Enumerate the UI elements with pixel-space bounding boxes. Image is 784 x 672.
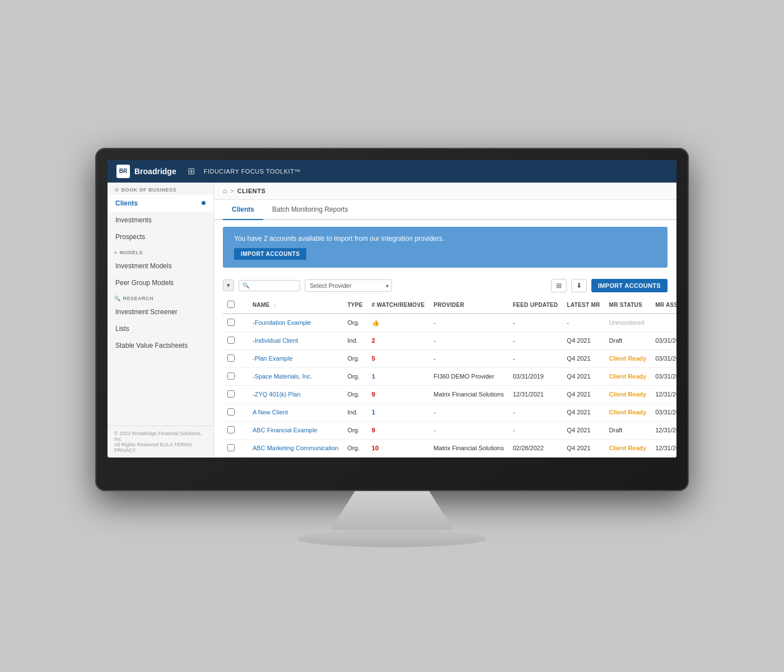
table-header-row: NAME ↓ TYPE # WATCH/REMOVE PROVIDER FEED… [223,297,676,314]
row-provider: - [429,314,508,332]
row-checkbox[interactable] [227,354,235,362]
breadcrumb-current: CLIENTS [237,188,266,194]
row-mr-assets-as-of: 03/31/2021 [651,403,676,421]
row-latest-mr: Q4 2021 [562,385,604,403]
row-name[interactable]: A New Client [248,403,343,421]
row-mr-status: Client Ready [605,349,651,367]
app-title: FIDUCIARY FOCUS TOOLKIT™ [204,168,301,175]
broadridge-logo-icon: BR [116,165,130,178]
table-row: ABC Marketing CommunicationOrg.10Matrix … [223,439,676,457]
row-checkbox[interactable] [227,319,235,326]
provider-select[interactable]: Select Provider FI360 DEMO Provider Matr… [305,279,392,292]
tab-batch-monitoring[interactable]: Batch Monitoring Reports [263,200,357,220]
breadcrumb-home-icon[interactable]: ⌂ [223,187,227,195]
col-header-provider: PROVIDER [429,297,508,314]
sidebar-item-clients[interactable]: Clients [108,195,213,212]
grid-icon[interactable]: ⊞ [188,166,195,176]
row-latest-mr: - [562,314,604,332]
sidebar-item-peer-group-models[interactable]: Peer Group Models [108,274,213,291]
table-row: -Plan ExampleOrg.5--Q4 2021Client Ready0… [223,349,676,367]
row-name[interactable]: -Plan Example [248,349,343,367]
import-banner: You have 2 accounts available to import … [223,227,668,268]
sidebar-section-book-of-business: ☆ BOOK OF BUSINESS [108,183,213,195]
monitor-stand-neck [330,491,454,530]
search-box: 🔍 [239,280,300,291]
sidebar: ☆ BOOK OF BUSINESS Clients Investments P… [108,183,214,458]
row-feed-updated: 02/28/2022 [508,439,563,457]
row-watch-count: 2 [367,332,430,349]
row-checkbox[interactable] [227,337,235,344]
col-header-latest-mr: LATEST MR [562,297,604,314]
provider-select-wrapper: Select Provider FI360 DEMO Provider Matr… [305,279,392,292]
row-feed-updated: - [508,332,563,349]
sidebar-item-investment-models[interactable]: Investment Models [108,258,213,274]
col-header-expand [239,297,248,314]
monitor-screen: BR Broadridge ⊞ FIDUCIARY FOCUS TOOLKIT™… [108,160,676,458]
active-dot [202,201,206,205]
row-type: Org. [343,314,367,332]
row-name[interactable]: -Individual Client [248,332,343,349]
row-name[interactable]: -Space Materials, Inc. [248,367,343,385]
row-latest-mr: Q4 2021 [562,403,604,421]
row-mr-status: Draft [605,332,651,349]
banner-import-button[interactable]: IMPORT ACCOUNTS [234,248,306,260]
top-nav: BR Broadridge ⊞ FIDUCIARY FOCUS TOOLKIT™ [108,160,676,183]
logo-text: Broadridge [134,167,176,176]
table-row: ABC Financial ExampleOrg.9--Q4 2021Draft… [223,421,676,439]
row-mr-status: Client Ready [605,385,651,403]
sidebar-item-investment-screener[interactable]: Investment Screener [108,304,213,320]
toolbar-import-button[interactable]: IMPORT ACCOUNTS [591,279,668,292]
row-expand[interactable] [239,385,248,403]
row-checkbox[interactable] [227,408,235,416]
col-header-mr-assets: MR ASSETS AS OF [651,297,676,314]
table-section: ▾ 🔍 Select Provider FI360 DEMO Provider [214,274,676,458]
row-checkbox[interactable] [227,390,235,398]
table-toolbar: ▾ 🔍 Select Provider FI360 DEMO Provider [223,274,668,297]
row-name[interactable]: ABC Marketing Communication [248,439,343,457]
tabs-bar: Clients Batch Monitoring Reports [214,200,676,220]
search-input[interactable] [251,282,296,289]
select-all-checkbox[interactable] [227,301,235,308]
row-name[interactable]: ABC Financial Example [248,421,343,439]
table-row: -ZYQ 401(k) PlanOrg.9Matrix Financial So… [223,385,676,403]
tab-clients[interactable]: Clients [223,200,263,220]
row-feed-updated: - [508,403,563,421]
sidebar-item-prospects[interactable]: Prospects [108,228,213,245]
sidebar-item-investments[interactable]: Investments [108,212,213,228]
row-expand[interactable] [239,421,248,439]
row-watch-count: 10 [367,439,430,457]
breadcrumb: ⌂ > CLIENTS [214,183,676,200]
row-watch-count: 1 [367,403,430,421]
sidebar-item-lists[interactable]: Lists [108,320,213,337]
row-mr-status: Client Ready [605,403,651,421]
row-type: Org. [343,367,367,385]
row-expand[interactable] [239,314,248,332]
star-icon: ☆ [114,187,119,193]
monitor: BR Broadridge ⊞ FIDUCIARY FOCUS TOOLKIT™… [95,148,689,547]
row-expand[interactable] [239,403,248,421]
row-feed-updated: 03/31/2019 [508,367,563,385]
row-expand[interactable] [239,367,248,385]
search-icon: 🔍 [242,282,249,288]
row-checkbox[interactable] [227,372,235,380]
columns-icon-button[interactable]: ⊞ [551,279,567,292]
row-latest-mr: Q4 2021 [562,439,604,457]
row-name[interactable]: -ZYQ 401(k) Plan [248,385,343,403]
row-checkbox[interactable] [227,426,235,433]
row-expand[interactable] [239,349,248,367]
row-provider: - [429,349,508,367]
row-mr-assets-as-of: 03/31/2019 [651,367,676,385]
download-icon-button[interactable]: ⬇ [571,279,587,292]
row-expand[interactable] [239,439,248,457]
collapse-button[interactable]: ▾ [223,279,234,291]
col-header-name[interactable]: NAME ↓ [248,297,343,314]
sidebar-item-stable-value[interactable]: Stable Value Factsheets [108,337,213,354]
row-type: Ind. [343,332,367,349]
row-checkbox[interactable] [227,444,235,451]
col-header-feed-updated: FEED UPDATED [508,297,563,314]
row-name[interactable]: -Foundation Example [248,314,343,332]
content-area: ⌂ > CLIENTS Clients Batch Monitoring Rep… [214,183,676,458]
row-mr-status: Draft [605,421,651,439]
row-watch-count: 1 [367,367,430,385]
row-expand[interactable] [239,332,248,349]
